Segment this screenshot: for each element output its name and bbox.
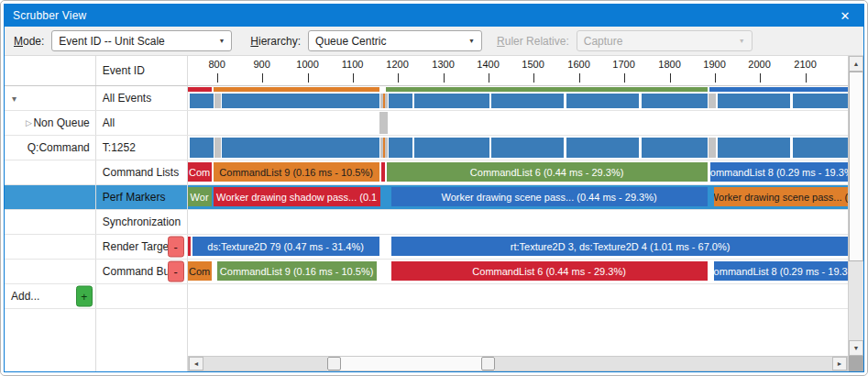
t1252-bar (188, 138, 848, 158)
timeline-box[interactable]: Wor (188, 187, 212, 206)
row-label-command-lists[interactable]: Command Lists (96, 160, 188, 184)
timeline-bar-segment[interactable] (389, 138, 412, 158)
render-targets-tree-cell[interactable] (5, 235, 96, 259)
add-row-button[interactable]: + (76, 286, 93, 307)
hierarchy-dropdown[interactable]: Queue Centric ▼ (308, 30, 482, 51)
timeline-bar-segment[interactable] (222, 138, 379, 158)
timeline-bar-segment[interactable] (188, 237, 191, 256)
timeline-bar-segment[interactable] (718, 94, 790, 108)
timeline-bar-segment[interactable] (709, 94, 716, 108)
row-label-all-events[interactable]: All Events (96, 86, 188, 110)
mode-label: Mode: (14, 35, 44, 48)
timeline-bar-segment[interactable] (793, 94, 848, 108)
header-col1 (5, 56, 96, 85)
timeline-bar-segment[interactable] (491, 94, 564, 108)
horizontal-scrollbar-grip-left[interactable] (327, 357, 341, 370)
add-row-cell[interactable]: Add... + (5, 284, 96, 308)
scroll-down-icon[interactable]: ▼ (849, 340, 863, 356)
timeline-all-events[interactable] (188, 86, 848, 110)
timeline-perf-markers[interactable]: WorWorker drawing shadow pass... (0.1Wor… (188, 185, 848, 209)
mode-dropdown[interactable]: Event ID -- Unit Scale ▼ (51, 30, 232, 51)
timeline-box[interactable]: Com (188, 162, 212, 182)
timeline-box[interactable]: CommandList 9 (0.16 ms - 10.5%) (214, 162, 379, 182)
timeline-bar-segment[interactable] (381, 162, 385, 182)
timeline-box[interactable]: rt:Texture2D 3, ds:Texture2D 4 (1.01 ms … (391, 237, 848, 256)
timeline-bar-segment[interactable] (718, 138, 790, 158)
command-buffers-boxes: ComCommandList 9 (0.16 ms - 10.5%)Comman… (188, 261, 848, 281)
ruler-tick-label: 1100 (342, 59, 364, 70)
timeline-box[interactable]: Worker drawing scene pass... (0.44 ms - … (391, 187, 708, 206)
timeline-bar-segment[interactable] (214, 138, 221, 158)
timeline-bar-segment[interactable] (709, 87, 848, 92)
vertical-scrollbar[interactable]: ▲ ▼ (848, 56, 863, 371)
timeline-bar-segment[interactable] (793, 138, 848, 158)
timeline-command-lists[interactable]: ComCommandList 9 (0.16 ms - 10.5%)Comman… (188, 160, 848, 184)
timeline-bar-segment[interactable] (491, 138, 564, 158)
horizontal-scrollbar-range[interactable] (327, 357, 495, 370)
timeline-box[interactable]: CommandList 8 (0.29 ms - 19.3%) (710, 162, 848, 182)
timeline-box[interactable]: ds:Texture2D 79 (0.47 ms - 31.4%) (192, 237, 379, 256)
timeline-bar-segment[interactable] (190, 138, 214, 158)
row-command-buffers: Command Bu... - ComCommandList 9 (0.16 m… (5, 260, 848, 284)
ruler-tick-mark (308, 73, 309, 83)
timeline-box[interactable]: Worker drawing shadow pass... (0.1 (214, 187, 380, 206)
row-label-all[interactable]: All (96, 111, 188, 135)
timeline-bar-segment[interactable] (385, 138, 388, 158)
timeline-bar-segment[interactable] (642, 94, 708, 108)
timeline-bar-segment[interactable] (385, 94, 388, 108)
timeline-bar-segment[interactable] (379, 112, 388, 134)
queue-command-cell[interactable]: Q:Command (5, 136, 96, 160)
timeline-bar-segment[interactable] (386, 87, 708, 92)
timeline-bar-segment[interactable] (566, 138, 639, 158)
timeline-bar-segment[interactable] (190, 94, 214, 108)
remove-row-button[interactable]: - (168, 261, 184, 282)
timeline-box[interactable]: Com (188, 261, 212, 281)
timeline-non-queue-all[interactable] (188, 111, 848, 135)
ruler-tick-label: 1500 (522, 59, 544, 70)
timeline-render-targets[interactable]: ds:Texture2D 79 (0.47 ms - 31.4%)rt:Text… (188, 235, 848, 259)
expander-right-icon[interactable]: ▷ (26, 118, 32, 127)
horizontal-scrollbar[interactable]: ◄ ► (188, 356, 848, 371)
ruler-tick-mark (533, 73, 534, 83)
timeline-command-buffers[interactable]: ComCommandList 9 (0.16 ms - 10.5%)Comman… (188, 260, 848, 283)
timeline-bar-segment[interactable] (389, 94, 412, 108)
command-lists-tree-cell[interactable] (5, 160, 96, 184)
row-label-command-buffers[interactable]: Command Bu... - (96, 260, 188, 283)
event-id-ruler[interactable]: 8009001000110012001300140015001600170018… (188, 56, 848, 85)
timeline-bar-segment[interactable] (222, 94, 379, 108)
timeline-bar-segment[interactable] (642, 138, 708, 158)
timeline-box[interactable]: CommandList 6 (0.44 ms - 29.3%) (391, 261, 708, 281)
timeline-box[interactable]: CommandList 8 (0.29 ms - 19.3% (714, 261, 848, 281)
row-label-perf-markers[interactable]: Perf Markers (96, 185, 188, 209)
timeline-box[interactable]: Worker drawing scene pass... (0 (714, 187, 848, 206)
timeline-bar-segment[interactable] (414, 94, 489, 108)
timeline-bar-segment[interactable] (709, 138, 716, 158)
timeline-bar-segment[interactable] (214, 87, 379, 92)
close-icon[interactable]: ✕ (835, 6, 855, 25)
synchronization-tree-cell[interactable] (5, 210, 96, 234)
horizontal-scrollbar-grip-right[interactable] (481, 357, 495, 370)
scroll-right-icon[interactable]: ► (832, 357, 847, 370)
scroll-up-icon[interactable]: ▲ (849, 56, 863, 72)
timeline-synchronization[interactable] (188, 210, 848, 234)
timeline-bar-segment[interactable] (188, 87, 212, 92)
row-label-render-targets[interactable]: Render Targe... - (96, 235, 188, 259)
timeline-box[interactable]: CommandList 9 (0.16 ms - 10.5%) (217, 261, 377, 281)
timeline-bar-segment[interactable] (566, 94, 639, 108)
timeline-box[interactable]: CommandList 6 (0.44 ms - 29.3%) (387, 162, 708, 182)
timeline-t1252[interactable] (188, 136, 848, 160)
remove-row-button[interactable]: - (168, 237, 184, 258)
all-events-tree-cell[interactable]: ▾ (5, 86, 96, 110)
timeline-bar-segment[interactable] (214, 94, 221, 108)
vertical-scrollbar-thumb[interactable] (849, 72, 863, 261)
perf-markers-tree-cell[interactable] (5, 185, 96, 209)
ruler-tick-mark (353, 73, 354, 83)
non-queue-tree-cell[interactable]: ▷ Non Queue (5, 111, 96, 135)
row-label-synchronization[interactable]: Synchronization (96, 210, 188, 234)
ruler-tick-mark (806, 73, 807, 83)
timeline-bar-segment[interactable] (414, 138, 489, 158)
row-label-t1252[interactable]: T:1252 (96, 136, 188, 160)
command-buffers-tree-cell[interactable] (5, 260, 96, 283)
expander-down-icon[interactable]: ▾ (12, 94, 16, 104)
scroll-left-icon[interactable]: ◄ (189, 357, 203, 370)
